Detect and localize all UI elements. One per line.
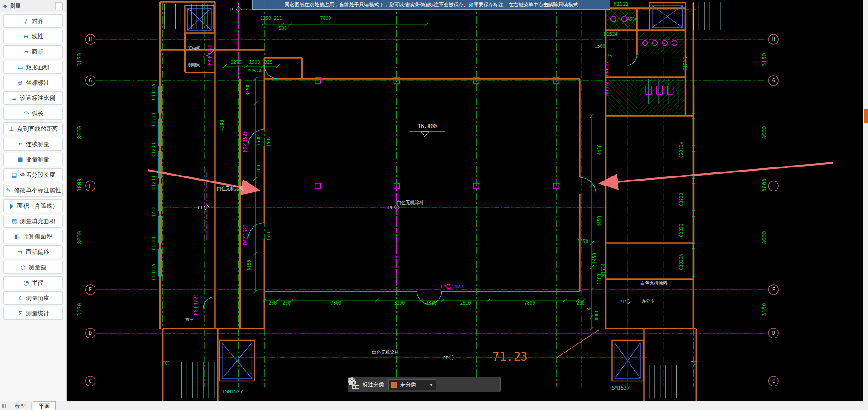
cad-text: FM乙1823 xyxy=(440,284,463,290)
sidebar-item-area[interactable]: ▱面积 xyxy=(3,45,63,58)
cad-canvas[interactable]: HHGGFFEEDDCC3150800038008000315031508000… xyxy=(67,0,863,401)
cad-text: 3650 xyxy=(246,85,251,95)
chevron-down-icon: ▼ xyxy=(429,383,433,387)
cad-text: 3190 xyxy=(394,300,405,305)
tool-label: 修改单个标注属性 xyxy=(14,186,61,195)
cad-text: 1450 xyxy=(592,253,597,264)
measure-panel-icon: ◆ xyxy=(3,3,7,9)
cad-text: FM甲1222 xyxy=(193,294,198,315)
sidebar-item-continuous-measure[interactable]: ≈连续测量 xyxy=(3,138,63,151)
linear-icon: ↔ xyxy=(23,33,29,40)
sidebar-item-modify-annotation[interactable]: ✎修改单个标注属性 xyxy=(3,184,63,197)
panel-pin-button[interactable] xyxy=(55,2,63,10)
cad-text: C1215 xyxy=(683,57,688,71)
sidebar-item-radius[interactable]: ◔半径 xyxy=(3,276,63,289)
cad-text: 300 xyxy=(256,165,261,173)
cad-text: C1233 xyxy=(151,237,156,250)
cad-text: 1500 xyxy=(266,136,271,147)
scrollbar-thumb[interactable] xyxy=(864,109,868,123)
cad-text: C1033A xyxy=(151,264,156,280)
sidebar-item-point-line-distance[interactable]: ⊥点到直线的距离 xyxy=(3,122,63,135)
sidebar-item-measure-angle[interactable]: ∠测量角度 xyxy=(3,291,63,305)
fill-area-icon: ▨ xyxy=(11,218,18,224)
grid-letter: D xyxy=(89,330,92,336)
area-offset-icon: ⇆ xyxy=(17,248,24,255)
cad-text: 白色无机涂料 xyxy=(372,350,399,355)
sidebar-item-linear[interactable]: ↔线性 xyxy=(3,30,63,43)
area-icon: ▱ xyxy=(23,48,29,55)
tool-label: 线性 xyxy=(32,33,43,41)
sidebar-item-arc-length[interactable]: ◠弧长 xyxy=(3,107,63,120)
cad-text: 前室 xyxy=(185,317,193,322)
cad-text: TC' xyxy=(691,361,699,366)
copy-button[interactable] xyxy=(470,379,481,390)
cad-text: M1122 xyxy=(614,1,629,7)
tool-label: 连续测量 xyxy=(26,140,49,148)
cad-text: 211 xyxy=(274,16,282,21)
cad-text: 500 xyxy=(279,26,287,31)
cad-text: 2275 xyxy=(231,60,242,65)
sidebar-item-batch-measure[interactable]: ▦批量测量 xyxy=(3,153,63,166)
tool-label: 面积（含弧线） xyxy=(17,202,58,210)
cad-text: 3000 xyxy=(594,311,599,322)
edit-annotation-button[interactable] xyxy=(440,379,451,390)
tool-label: 对齐 xyxy=(32,17,43,25)
clipboard-icon xyxy=(348,377,356,385)
sidebar-item-dim-scale[interactable]: ≡设置标注比例 xyxy=(3,91,63,105)
paste-button[interactable] xyxy=(485,379,496,390)
cad-text: C1233 xyxy=(151,143,156,157)
cad-text: 白色无机涂料 xyxy=(217,186,244,191)
grid-letter: F xyxy=(772,183,775,189)
readonly-notification-bar: 同名图纸在别处被占用，当前处于只读模式下，您可以继续操作但标注不会被保存。如果要… xyxy=(252,0,610,10)
coordinate-dim-icon: ⊕ xyxy=(17,79,24,86)
category-dropdown[interactable]: 未分类 ▼ xyxy=(388,379,436,390)
sidebar-item-area-offset[interactable]: ⇆面积偏移 xyxy=(3,245,63,258)
cad-text: PT xyxy=(620,300,625,304)
vertical-scrollbar[interactable] xyxy=(863,0,868,401)
tool-label: 矩形面积 xyxy=(26,63,49,72)
cad-text: 1500 xyxy=(266,230,271,241)
cad-text: 3150 xyxy=(761,53,768,67)
cad-text: 7800 xyxy=(320,16,331,21)
sidebar-item-coordinate-dim[interactable]: ⊕坐标标注 xyxy=(3,76,63,89)
cad-text: 强电间 xyxy=(188,46,200,50)
cad-text: PT xyxy=(443,356,448,360)
tool-label: 测量填充面积 xyxy=(20,217,55,225)
sidebar-item-measure-circle[interactable]: ○测量圈 xyxy=(3,261,63,274)
cad-text: 200 xyxy=(577,300,585,305)
tab-model[interactable]: 模型 xyxy=(10,402,32,410)
sidebar-item-segment-length[interactable]: ▤查看分段长度 xyxy=(3,168,63,181)
sidebar-item-side-area[interactable]: ◧计算侧面积 xyxy=(3,230,63,243)
cad-text: C1233 xyxy=(151,113,156,126)
cad-text: M1524 xyxy=(248,68,261,73)
cad-text: 8000 xyxy=(761,231,768,244)
cad-text: C2233 xyxy=(679,224,684,237)
cad-text: 1500 xyxy=(595,43,606,48)
tool-label: 测量角度 xyxy=(26,294,49,302)
grid-letter: C xyxy=(772,378,775,384)
cad-text: TSM1527 xyxy=(609,385,630,391)
sidebar-item-area-with-arc[interactable]: ◗面积（含弧线） xyxy=(3,199,63,212)
grid-letter: H xyxy=(89,36,92,43)
app-window: ◆ 测量 ∕对齐↔线性▱面积▭矩形面积⊕坐标标注≡设置标注比例◠弧长⊥点到直线的… xyxy=(0,0,868,401)
cad-text: M1524 xyxy=(601,263,606,277)
cad-text: 325 xyxy=(264,60,272,65)
cad-text: TC' xyxy=(162,361,170,366)
panel-title: 测量 xyxy=(9,2,21,10)
sidebar-item-align[interactable]: ∕对齐 xyxy=(3,14,63,28)
cad-text: C2033A xyxy=(679,142,684,158)
layout-grid-icon[interactable] xyxy=(2,404,6,408)
sidebar-item-measure-stats[interactable]: Σ测量统计 xyxy=(3,307,63,320)
cad-text: PT xyxy=(230,7,235,12)
tool-label: 半径 xyxy=(32,279,43,287)
tool-label: 弧长 xyxy=(32,110,43,118)
tab-plan[interactable]: 平面 xyxy=(33,401,56,410)
sidebar-item-rect-area[interactable]: ▭矩形面积 xyxy=(3,61,63,74)
rect-area-icon: ▭ xyxy=(17,64,24,71)
sidebar-item-fill-area[interactable]: ▨测量填充面积 xyxy=(3,215,63,228)
tool-label: 查看分段长度 xyxy=(20,171,55,179)
category-color-swatch xyxy=(391,382,397,388)
cad-text: 3150 xyxy=(247,260,252,271)
move-button[interactable] xyxy=(455,379,466,390)
cad-text: 8000 xyxy=(761,126,768,139)
